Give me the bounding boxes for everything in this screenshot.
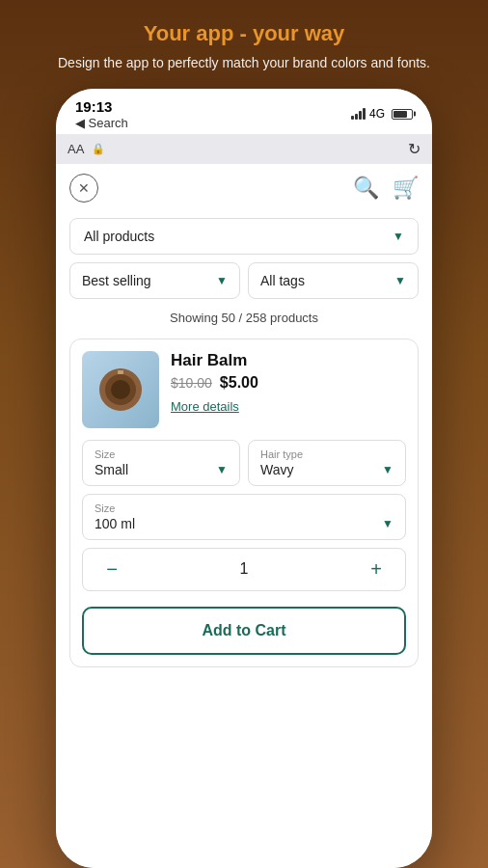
size-hairtype-row: Size Small ▼ Hair type Wavy ▼ xyxy=(82,440,406,486)
network-label: 4G xyxy=(369,107,385,121)
svg-rect-3 xyxy=(118,370,123,374)
product-info: Hair Balm $10.00 $5.00 More details xyxy=(171,351,406,428)
bottom-bar xyxy=(56,849,432,868)
size2-value-row: 100 ml ▼ xyxy=(95,516,393,531)
all-tags-dropdown[interactable]: All tags ▼ xyxy=(248,262,419,299)
chevron-down-icon: ▼ xyxy=(382,463,393,476)
product-image xyxy=(82,351,159,428)
best-selling-label: Best selling xyxy=(82,273,151,288)
hair-type-label: Hair type xyxy=(260,448,393,460)
sale-price: $5.00 xyxy=(220,374,258,392)
size-value-row: Small ▼ xyxy=(95,462,228,477)
title-highlight: your way xyxy=(253,21,344,45)
add-to-cart-button[interactable]: Add to Cart xyxy=(82,607,406,655)
browser-bar: AA 🔒 ↻ xyxy=(56,134,432,164)
hair-type-value: Wavy xyxy=(260,462,293,477)
toolbar-icons: 🔍 🛒 xyxy=(353,176,419,201)
filter-bar: All products ▼ Best selling ▼ All tags ▼… xyxy=(56,212,432,339)
reload-icon[interactable]: ↻ xyxy=(408,140,420,158)
product-thumbnail xyxy=(92,361,149,419)
original-price: $10.00 xyxy=(171,375,212,391)
product-card: Hair Balm $10.00 $5.00 More details Size xyxy=(69,339,419,667)
size2-value: 100 ml xyxy=(95,516,135,531)
size2-label: Size xyxy=(95,502,393,514)
status-icons: 4G xyxy=(351,107,413,121)
back-button[interactable]: ◀ Search xyxy=(75,116,128,130)
product-header: Hair Balm $10.00 $5.00 More details xyxy=(82,351,406,428)
product-options: Size Small ▼ Hair type Wavy ▼ xyxy=(82,440,406,655)
chevron-down-icon: ▼ xyxy=(216,463,228,476)
app-content: ✕ 🔍 🛒 All products ▼ Best selling ▼ All … xyxy=(56,164,432,849)
chevron-down-icon: ▼ xyxy=(382,517,393,530)
all-tags-label: All tags xyxy=(260,273,305,288)
size-dropdown[interactable]: Size Small ▼ xyxy=(82,440,240,486)
cart-icon[interactable]: 🛒 xyxy=(393,176,419,201)
close-icon: ✕ xyxy=(78,180,90,196)
filter-dropdowns-row: Best selling ▼ All tags ▼ xyxy=(69,262,419,299)
product-list: Hair Balm $10.00 $5.00 More details Size xyxy=(56,339,432,849)
quantity-decrease-button[interactable]: − xyxy=(98,558,125,581)
more-details-link[interactable]: More details xyxy=(171,399,239,414)
hair-type-dropdown[interactable]: Hair type Wavy ▼ xyxy=(248,440,406,486)
quantity-value: 1 xyxy=(240,560,249,578)
product-price: $10.00 $5.00 xyxy=(171,374,406,392)
signal-icon xyxy=(351,108,366,120)
status-bar: 19:13 ◀ Search 4G xyxy=(56,89,432,134)
battery-icon xyxy=(392,109,413,120)
hair-type-value-row: Wavy ▼ xyxy=(260,462,393,477)
size-value: Small xyxy=(95,462,128,477)
best-selling-dropdown[interactable]: Best selling ▼ xyxy=(69,262,240,299)
chevron-down-icon: ▼ xyxy=(216,274,228,287)
chevron-down-icon: ▼ xyxy=(393,230,404,243)
lock-icon: 🔒 xyxy=(92,143,105,155)
showing-count: Showing 50 / 258 products xyxy=(69,307,419,333)
app-toolbar: ✕ 🔍 🛒 xyxy=(56,164,432,212)
size-label: Size xyxy=(95,448,228,460)
quantity-row: − 1 + xyxy=(82,548,406,591)
quantity-increase-button[interactable]: + xyxy=(363,558,390,581)
page-title: Your app - your way xyxy=(58,21,430,46)
all-products-dropdown[interactable]: All products ▼ xyxy=(69,218,419,255)
header-section: Your app - your way Design the app to pe… xyxy=(29,0,459,89)
chevron-down-icon: ▼ xyxy=(394,274,406,287)
phone-frame: 19:13 ◀ Search 4G AA 🔒 ↻ ✕ xyxy=(56,89,432,868)
subtitle: Design the app to perfectly match your b… xyxy=(58,54,430,73)
status-time: 19:13 xyxy=(75,98,128,115)
product-name: Hair Balm xyxy=(171,351,406,370)
size2-dropdown[interactable]: Size 100 ml ▼ xyxy=(82,494,406,540)
browser-aa: AA xyxy=(68,142,84,156)
svg-point-2 xyxy=(111,380,130,399)
all-products-label: All products xyxy=(84,229,154,244)
close-button[interactable]: ✕ xyxy=(69,174,98,203)
title-static: Your app - xyxy=(144,21,253,45)
search-icon[interactable]: 🔍 xyxy=(353,176,379,201)
